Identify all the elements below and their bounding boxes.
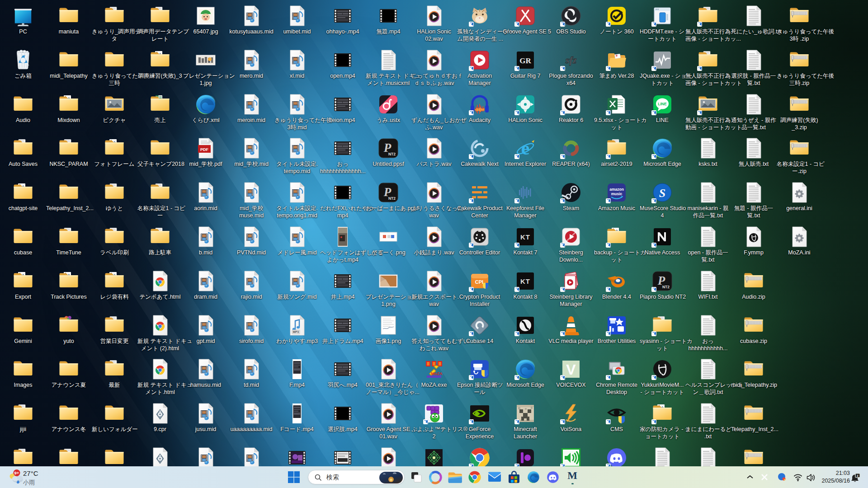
svg-text:z: z [857,474,859,477]
svg-text:9+: 9+ [14,470,19,475]
